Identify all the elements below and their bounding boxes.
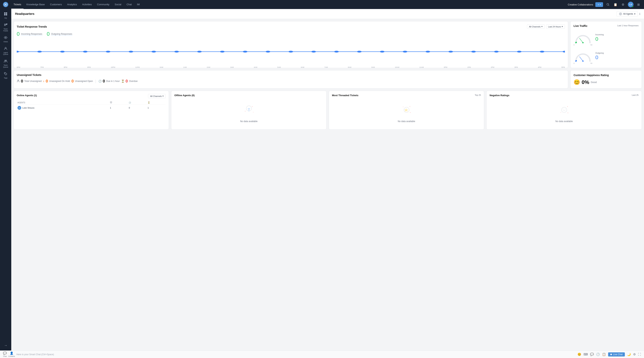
customer-happiness-card: Customer Happiness Rating 😊 0% Good [570,70,642,88]
svg-point-34 [380,51,384,52]
time-filter-btn[interactable]: Last 24 Hours ▾ [546,24,565,29]
sidebar-item-hq[interactable]: HQ [0,10,11,21]
trend-chart: 6PM 7PM 8PM 9PM 10PM 11PM 0AM 1AM 2AM 3A… [17,38,565,65]
svg-point-30 [288,51,293,52]
chart-label-8: 2AM [207,66,210,68]
svg-rect-6 [4,14,6,16]
sidebar-expand-button[interactable]: → [0,342,11,349]
clock-bottom-icon[interactable]: 🕐 [596,352,600,356]
svg-point-24 [152,51,156,52]
total-count: 0 [21,79,23,84]
sidebar-item-team-queue[interactable]: TeamQueue [0,58,11,70]
chart-label-12: 6AM [301,66,304,68]
row3-grid: Online Agents (1) All Channels ▾ AGENTS [11,91,644,132]
team-feeds-icon [4,23,8,28]
chart-label-14: 8AM [348,66,352,68]
chat-tab[interactable]: 💬 Chat [3,352,7,357]
sidebar-item-views[interactable]: Views [0,34,11,44]
due-count: 0 [103,79,105,84]
most-threaded-no-data: No data available [332,99,481,126]
user-avatar[interactable]: LS [628,2,634,7]
chart-label-23: 5PM [561,66,565,68]
svg-point-23 [129,51,133,52]
incoming-gauge-info: Incoming 0 [595,34,638,42]
sidebar-item-tags[interactable]: Tags [0,70,11,80]
bottom-bar-left: 💬 Chat 👤 Contacts Here is your Smart Cha… [3,352,575,357]
chart-label-6: 0AM [160,66,163,68]
nav-social[interactable]: Social [112,0,124,9]
online-status-dot [632,6,634,7]
keyboard-icon[interactable]: ⌨ [584,352,588,356]
sidebar-item-team-feeds[interactable]: TeamFeeds [0,22,11,34]
svg-point-31 [311,51,316,52]
negative-ratings-title: Negative Ratings [490,94,509,97]
svg-line-43 [580,38,583,43]
grid-icon[interactable]: ⊞ [636,2,641,7]
channels-filter-btn[interactable]: All Channels ▾ [527,24,544,29]
svg-point-32 [334,51,339,52]
chart-label-18: 0PM [444,66,447,68]
contacts-tab[interactable]: 👤 Contacts [8,352,15,357]
info-icon[interactable]: ℹ [639,12,640,16]
offline-agents-card: Offline Agents (0) No data availa [171,91,326,130]
gauge-min-label: 0 [574,44,574,46]
chart-x-labels: 6PM 7PM 8PM 9PM 10PM 11PM 0AM 1AM 2AM 3A… [17,66,565,68]
nav-activities[interactable]: Activities [80,0,94,9]
views-icon [4,36,8,40]
open-stat: 0 Unassigned Open [72,79,93,84]
settings-icon[interactable]: ⚙ [620,2,626,7]
nav-knowledge-base[interactable]: Knowledge Base [24,0,47,9]
svg-point-11 [6,24,7,24]
clipboard-icon[interactable]: 📋 [613,2,618,7]
outgoing-count: 0 [47,31,50,37]
app-logo [3,2,8,7]
live-chat-dot [610,354,612,355]
filter-label: All Agents [623,12,633,15]
filter-section: All Agents ▾ ℹ [616,11,640,16]
on-hold-count: 0 [46,79,48,84]
happiness-percentage: 0% [582,79,589,85]
svg-point-51 [253,112,254,112]
time-label: Last 24 Hours [548,26,561,28]
nav-analytics[interactable]: Analytics [65,0,79,9]
most-threaded-card: Most Threaded Tickets Top 25 No data ava… [329,91,484,130]
svg-point-41 [540,51,544,52]
svg-point-18 [17,51,19,52]
add-button[interactable]: + ▾ [595,2,603,7]
contacts-tab-label: Contacts [8,355,15,357]
nav-customers[interactable]: Customers [48,0,64,9]
search-icon[interactable] [605,2,610,7]
moon-icon[interactable]: 🌙 [627,352,631,356]
nav-im[interactable]: IM [135,0,142,9]
bottom-bar: 💬 Chat 👤 Contacts Here is your Smart Cha… [0,350,644,358]
online-agents-title: Online Agents (1) [17,94,37,97]
live-chat-button[interactable]: Live Chat [608,352,625,356]
settings-bottom-icon[interactable]: ⚙ [633,352,636,356]
all-agents-filter[interactable]: All Agents ▾ [616,11,638,16]
online-agents-channels-filter[interactable]: All Channels ▾ [148,94,166,98]
chart-label-2: 8PM [64,66,67,68]
nav-tickets[interactable]: Tickets [11,0,24,9]
svg-point-28 [243,51,248,52]
happiness-label: Good [591,81,597,84]
content-area: Headquarters All Agents ▾ ℹ Ticket Respo… [11,9,644,350]
chart-label-9: 3AM [230,66,234,68]
due-label: Due in 1 hour [106,80,120,82]
incoming-gauge-value: 0 [595,36,638,42]
outgoing-gauge-info: Outgoing 0 [595,52,638,60]
sidebar-item-agent-queue[interactable]: AgentQueue [0,45,11,57]
tags-icon [4,72,8,77]
nav-community[interactable]: Community [95,0,112,9]
message-icon[interactable]: 💬 [590,352,594,356]
row2-grid: Unassigned Tickets 0 Total Unassigned [11,70,644,91]
expand-bottom-icon[interactable]: ⛶ [638,353,641,356]
nav-right-section: Creative Collaborations + ▾ 📋 ⚙ LS ⊞ [568,2,641,7]
emoji-icon[interactable]: 😊 [578,352,581,356]
svg-point-49 [245,111,246,112]
copy-icon[interactable]: 📋 [602,352,606,356]
hq-label: HQ [4,17,7,19]
chat-tab-label: Chat [3,355,6,357]
svg-point-12 [5,37,6,38]
nav-chat[interactable]: Chat [124,0,134,9]
open-label: Unassigned Open [75,80,93,82]
